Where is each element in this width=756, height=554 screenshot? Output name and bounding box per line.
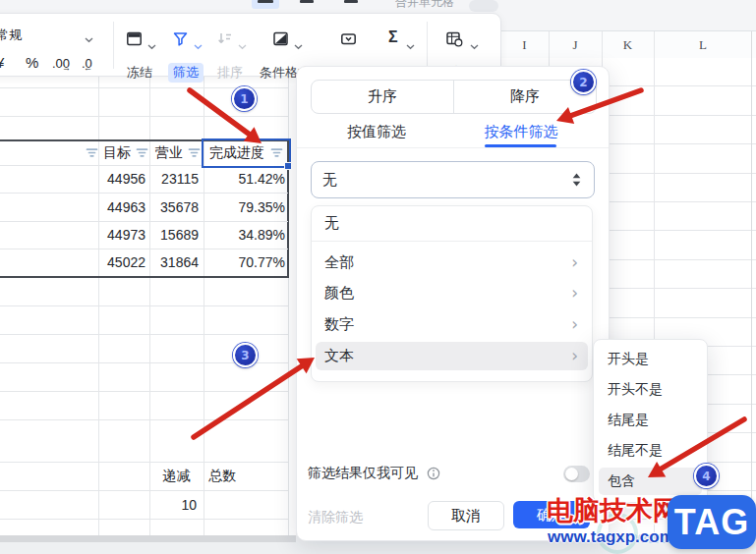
submenu-contains[interactable]: 包含 bbox=[599, 468, 702, 495]
gridline bbox=[0, 116, 289, 117]
cell-value[interactable]: 10 bbox=[149, 490, 197, 519]
only-me-label: 筛选结果仅我可见 bbox=[308, 465, 418, 480]
cell-value[interactable]: 70.77% bbox=[204, 249, 285, 276]
cell-value[interactable]: 35678 bbox=[149, 193, 199, 221]
gridline bbox=[0, 334, 289, 335]
arrow-left-icon: ← bbox=[84, 63, 92, 73]
cell-value[interactable]: 51.42% bbox=[204, 165, 285, 193]
multidim-table-icon bbox=[445, 30, 463, 51]
table-border bbox=[0, 276, 289, 278]
arrow-right-icon: → bbox=[62, 63, 71, 73]
cell-value[interactable]: 44963 bbox=[98, 193, 145, 221]
cancel-button[interactable]: 取消 bbox=[428, 501, 504, 530]
add-decimal-button[interactable]: .00 → bbox=[52, 54, 70, 72]
merge-cells-label[interactable]: 合并单元格 bbox=[395, 0, 454, 11]
toggle-knob bbox=[565, 468, 578, 480]
filter-button-icon[interactable] bbox=[136, 145, 148, 161]
cell-value[interactable]: 递减 bbox=[149, 462, 204, 490]
column-header-L[interactable]: L bbox=[654, 31, 752, 58]
column-header-I[interactable]: I bbox=[498, 31, 551, 58]
cell-value[interactable]: 34.89% bbox=[204, 221, 285, 249]
chevron-right-icon: › bbox=[571, 285, 578, 302]
header-label: 营业 bbox=[155, 144, 183, 162]
partial-icon[interactable] bbox=[344, 0, 358, 3]
column-header-cell[interactable]: 目标 bbox=[98, 140, 154, 165]
submenu-not-begins-with[interactable]: 开头不是 bbox=[599, 375, 702, 405]
gridline bbox=[0, 305, 289, 306]
cell-value[interactable]: 79.35% bbox=[204, 193, 285, 221]
step-badge-3: 3 bbox=[233, 343, 258, 367]
condition-select[interactable]: 无 bbox=[311, 161, 595, 198]
currency-button[interactable]: ¥ bbox=[0, 54, 4, 71]
tab-filter-by-value[interactable]: 按值筛选 bbox=[332, 123, 421, 141]
column-header-cell[interactable] bbox=[0, 140, 106, 165]
chevron-down-icon bbox=[238, 36, 247, 54]
number-format-label: 常规 bbox=[0, 28, 22, 42]
chevron-down-icon bbox=[85, 29, 93, 47]
cell-value[interactable]: 总数 bbox=[204, 462, 293, 490]
submenu-ends-with[interactable]: 结尾是 bbox=[599, 406, 702, 435]
cell-value[interactable]: 23115 bbox=[149, 165, 199, 193]
option-none[interactable]: 无 bbox=[316, 208, 588, 239]
option-label: 全部 bbox=[324, 253, 354, 272]
submenu-label: 包含 bbox=[608, 472, 635, 490]
option-color[interactable]: 颜色 › bbox=[316, 278, 588, 308]
toolbar-overflow-strip: 合并单元格 bbox=[0, 0, 756, 13]
partial-button[interactable] bbox=[469, 0, 498, 12]
number-format-select[interactable]: 常规 bbox=[0, 26, 94, 42]
cell-value[interactable]: 44973 bbox=[98, 221, 145, 249]
freeze-icon bbox=[126, 30, 143, 51]
selection-fill-handle[interactable] bbox=[284, 162, 292, 170]
tab-filter-by-condition[interactable]: 按条件筛选 bbox=[474, 123, 568, 141]
step-badge-4: 4 bbox=[694, 464, 719, 488]
submenu-not-ends-with[interactable]: 结尾不是 bbox=[599, 436, 702, 466]
gridline bbox=[0, 419, 289, 420]
filter-button-icon[interactable] bbox=[188, 145, 201, 161]
remove-decimal-button[interactable]: .0 ← bbox=[82, 54, 92, 72]
conditional-format-icon bbox=[272, 30, 289, 51]
percent-button[interactable]: % bbox=[26, 54, 38, 71]
only-me-row: 筛选结果仅我可见 bbox=[308, 464, 598, 485]
chevron-right-icon: › bbox=[571, 348, 578, 364]
app-window: I J K L bbox=[0, 0, 756, 554]
submenu-label: 结尾是 bbox=[608, 412, 649, 429]
filter-panel: 升序 降序 按值筛选 按条件筛选 无 无 全部 › 颜色 bbox=[296, 66, 610, 541]
option-label: 无 bbox=[324, 214, 339, 233]
submenu-label: 开头是 bbox=[608, 351, 649, 368]
filter-button-icon[interactable] bbox=[86, 145, 98, 161]
partial-icon[interactable] bbox=[258, 0, 273, 3]
option-all[interactable]: 全部 › bbox=[316, 248, 588, 278]
info-icon[interactable] bbox=[427, 467, 440, 484]
cell-value[interactable]: 15689 bbox=[149, 221, 199, 249]
submenu-label: 开头不是 bbox=[608, 381, 663, 399]
option-label: 数字 bbox=[324, 315, 354, 334]
option-text[interactable]: 文本 › bbox=[316, 342, 588, 370]
option-label: 颜色 bbox=[324, 284, 354, 303]
condition-select-value: 无 bbox=[312, 171, 337, 190]
only-me-toggle[interactable] bbox=[563, 466, 590, 482]
scrollbar-track[interactable] bbox=[751, 31, 752, 536]
sort-icon bbox=[216, 30, 233, 51]
chevron-right-icon: › bbox=[571, 254, 578, 271]
partial-icon[interactable] bbox=[300, 0, 314, 3]
condition-options-list: 无 全部 › 颜色 › 数字 › 文本 › bbox=[311, 205, 593, 382]
gridline bbox=[288, 277, 289, 535]
cell-value[interactable]: 31864 bbox=[149, 249, 199, 276]
toolbar-button-label: 排序 bbox=[199, 64, 262, 81]
sort-segmented-control: 升序 降序 bbox=[311, 80, 597, 114]
column-header-cell[interactable]: 营业 bbox=[149, 140, 209, 165]
submenu-begins-with[interactable]: 开头是 bbox=[599, 345, 702, 374]
column-header-K[interactable]: K bbox=[602, 31, 654, 58]
option-number[interactable]: 数字 › bbox=[316, 309, 588, 340]
cell-value[interactable]: 45022 bbox=[98, 249, 145, 276]
column-header-J[interactable]: J bbox=[549, 31, 602, 58]
horizontal-scrollbar[interactable] bbox=[0, 535, 296, 542]
cell-value[interactable]: 44956 bbox=[98, 165, 145, 193]
step-badge-1: 1 bbox=[232, 86, 257, 111]
filter-tabs: 按值筛选 按条件筛选 bbox=[297, 117, 609, 148]
sort-ascending-button[interactable]: 升序 bbox=[312, 81, 454, 113]
active-tab-underline bbox=[485, 144, 556, 147]
dropdown-list-icon bbox=[340, 30, 357, 51]
confirm-button[interactable]: 确定 bbox=[513, 501, 590, 528]
clear-filter-button[interactable]: 清除筛选 bbox=[308, 509, 363, 526]
